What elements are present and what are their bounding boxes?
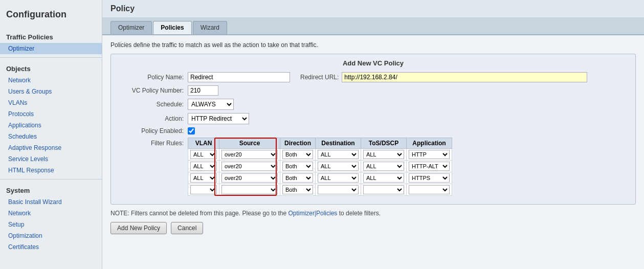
divider-2 xyxy=(0,179,102,180)
main-content: Policy Optimizer Policies Wizard Policie… xyxy=(102,0,644,269)
policy-name-input[interactable] xyxy=(188,72,290,82)
source-select-1[interactable]: over20 xyxy=(221,150,278,159)
filter-rules-table: VLAN Source Direction Destination ToS/DS… xyxy=(188,138,452,196)
sidebar-item-service-levels[interactable]: Service Levels xyxy=(0,153,102,165)
cell-app-1: HTTP xyxy=(407,149,452,161)
sidebar-item-html-response[interactable]: HTML Response xyxy=(0,165,102,176)
col-header-direction: Direction xyxy=(280,138,316,149)
divider-1 xyxy=(0,57,102,58)
tab-policies[interactable]: Policies xyxy=(153,21,191,34)
vlan-select-4[interactable] xyxy=(190,185,217,194)
tab-optimizer[interactable]: Optimizer xyxy=(110,21,152,34)
direction-select-1[interactable]: Both xyxy=(282,150,313,159)
sidebar-item-adaptive-response[interactable]: Adaptive Response xyxy=(0,142,102,153)
col-header-destination: Destination xyxy=(316,138,361,149)
vc-policy-number-input[interactable] xyxy=(188,85,218,96)
source-select-4[interactable] xyxy=(221,185,278,194)
app-select-3[interactable]: HTTPS xyxy=(409,173,450,183)
tab-wizard[interactable]: Wizard xyxy=(193,21,227,34)
page-description: Policies define the traffic to match as … xyxy=(110,41,636,49)
cell-destination-2: ALL xyxy=(316,161,361,172)
tos-select-2[interactable]: ALL xyxy=(363,162,404,171)
cell-tos-1: ALL xyxy=(361,149,407,161)
redirect-url-section: Redirect URL: xyxy=(300,72,587,82)
tab-bar: Optimizer Policies Wizard xyxy=(102,18,644,35)
sidebar-item-vlans[interactable]: VLANs xyxy=(0,97,102,108)
tos-select-4[interactable] xyxy=(363,185,404,194)
sidebar-item-setup[interactable]: Setup xyxy=(0,219,102,230)
filter-rules-row: Filter Rules: VLAN Source Direction Dest… xyxy=(116,138,630,196)
cell-app-4 xyxy=(407,184,452,196)
schedule-select[interactable]: ALWAYS xyxy=(188,99,234,110)
direction-select-2[interactable]: Both xyxy=(282,162,313,171)
destination-select-1[interactable]: ALL xyxy=(318,150,359,159)
schedule-label: Schedule: xyxy=(116,101,188,108)
content-area: Policies define the traffic to match as … xyxy=(102,35,644,240)
button-row: Add New Policy Cancel xyxy=(110,222,636,234)
vlan-select-2[interactable]: ALL xyxy=(190,162,217,171)
cancel-button[interactable]: Cancel xyxy=(171,222,203,234)
cell-tos-3: ALL xyxy=(361,172,407,184)
note-text: NOTE: Filters cannot be deleted from thi… xyxy=(110,210,636,217)
app-select-1[interactable]: HTTP xyxy=(409,150,450,159)
tos-select-3[interactable]: ALL xyxy=(363,173,404,183)
sidebar-item-network-system[interactable]: Network xyxy=(0,208,102,219)
optimizer-policies-link[interactable]: Optimizer|Policies xyxy=(288,210,338,217)
cell-direction-2: Both xyxy=(280,161,316,172)
cell-direction-1: Both xyxy=(280,149,316,161)
add-new-policy-button[interactable]: Add New Policy xyxy=(110,222,167,234)
sidebar-item-protocols[interactable]: Protocols xyxy=(0,108,102,120)
policy-enabled-checkbox[interactable] xyxy=(188,127,195,134)
sidebar-item-optimizer[interactable]: Optimizer xyxy=(0,43,102,54)
col-header-source: Source xyxy=(219,138,280,149)
sidebar-item-certificates[interactable]: Certificates xyxy=(0,241,102,253)
sidebar-section-traffic-policies: Traffic Policies xyxy=(0,29,102,43)
redirect-url-input[interactable] xyxy=(342,72,587,82)
sidebar-item-optimization[interactable]: Optimization xyxy=(0,230,102,241)
destination-select-3[interactable]: ALL xyxy=(318,173,359,183)
cell-vlan-1: ALL xyxy=(188,149,219,161)
cell-destination-3: ALL xyxy=(316,172,361,184)
sidebar-item-schedules[interactable]: Schedules xyxy=(0,131,102,142)
note-text-before: NOTE: Filters cannot be deleted from thi… xyxy=(110,210,288,217)
filter-table-body: ALL over20 Both ALL xyxy=(188,149,452,196)
sidebar-item-network[interactable]: Network xyxy=(0,75,102,86)
source-select-2[interactable]: over20 xyxy=(221,162,278,171)
sidebar-item-users-groups[interactable]: Users & Groups xyxy=(0,86,102,97)
sidebar-item-applications[interactable]: Applications xyxy=(0,120,102,131)
form-title: Add New VC Policy xyxy=(116,59,630,67)
policy-form-box: Add New VC Policy Policy Name: Redirect … xyxy=(110,54,636,205)
filter-table-container: VLAN Source Direction Destination ToS/DS… xyxy=(188,138,452,196)
cell-source-3: over20 xyxy=(219,172,280,184)
direction-select-3[interactable]: Both xyxy=(282,173,313,183)
table-row: ALL over20 Both ALL xyxy=(188,161,452,172)
sidebar-item-basic-install-wizard[interactable]: Basic Install Wizard xyxy=(0,196,102,208)
sidebar: Configuration Traffic Policies Optimizer… xyxy=(0,0,102,269)
vlan-select-1[interactable]: ALL xyxy=(190,150,217,159)
vlan-select-3[interactable]: ALL xyxy=(190,173,217,183)
action-row: Action: HTTP Redirect xyxy=(116,113,630,124)
sidebar-title: Configuration xyxy=(0,5,102,26)
cell-destination-4 xyxy=(316,184,361,196)
source-select-3[interactable]: over20 xyxy=(221,173,278,183)
destination-select-4[interactable] xyxy=(318,185,359,194)
direction-select-4[interactable]: Both xyxy=(282,185,313,194)
sidebar-section-objects: Objects xyxy=(0,61,102,75)
policy-name-label: Policy Name: xyxy=(116,74,188,81)
cell-direction-3: Both xyxy=(280,172,316,184)
vc-policy-number-label: VC Policy Number: xyxy=(116,87,188,94)
tos-select-1[interactable]: ALL xyxy=(363,150,404,159)
app-select-4[interactable] xyxy=(409,185,450,194)
destination-select-2[interactable]: ALL xyxy=(318,162,359,171)
cell-vlan-3: ALL xyxy=(188,172,219,184)
col-header-vlan: VLAN xyxy=(188,138,219,149)
action-label: Action: xyxy=(116,115,188,122)
cell-tos-2: ALL xyxy=(361,161,407,172)
app-select-2[interactable]: HTTP-ALT xyxy=(409,162,450,171)
cell-app-3: HTTPS xyxy=(407,172,452,184)
col-header-application: Application xyxy=(407,138,452,149)
cell-tos-4 xyxy=(361,184,407,196)
cell-source-1: over20 xyxy=(219,149,280,161)
cell-direction-4: Both xyxy=(280,184,316,196)
action-select[interactable]: HTTP Redirect xyxy=(188,113,249,124)
